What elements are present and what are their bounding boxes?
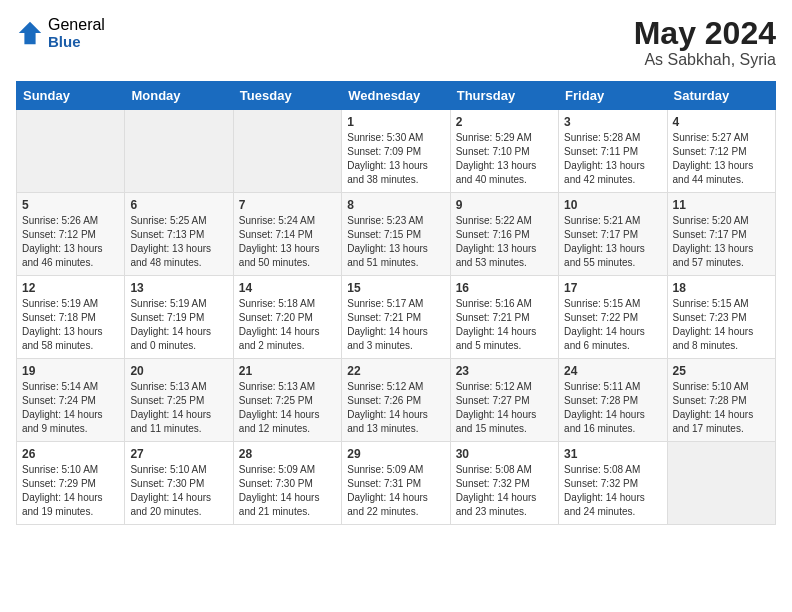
cell-info: Sunrise: 5:16 AMSunset: 7:21 PMDaylight:… <box>456 297 553 353</box>
cell-info: Sunrise: 5:12 AMSunset: 7:27 PMDaylight:… <box>456 380 553 436</box>
calendar-cell: 11Sunrise: 5:20 AMSunset: 7:17 PMDayligh… <box>667 193 775 276</box>
cell-info: Sunrise: 5:29 AMSunset: 7:10 PMDaylight:… <box>456 131 553 187</box>
calendar-cell: 23Sunrise: 5:12 AMSunset: 7:27 PMDayligh… <box>450 359 558 442</box>
cell-info: Sunrise: 5:25 AMSunset: 7:13 PMDaylight:… <box>130 214 227 270</box>
calendar-cell: 19Sunrise: 5:14 AMSunset: 7:24 PMDayligh… <box>17 359 125 442</box>
svg-marker-0 <box>19 22 41 44</box>
logo-blue: Blue <box>48 34 105 51</box>
cell-info: Sunrise: 5:20 AMSunset: 7:17 PMDaylight:… <box>673 214 770 270</box>
cell-info: Sunrise: 5:23 AMSunset: 7:15 PMDaylight:… <box>347 214 444 270</box>
cell-info: Sunrise: 5:30 AMSunset: 7:09 PMDaylight:… <box>347 131 444 187</box>
calendar-cell: 15Sunrise: 5:17 AMSunset: 7:21 PMDayligh… <box>342 276 450 359</box>
calendar-cell: 5Sunrise: 5:26 AMSunset: 7:12 PMDaylight… <box>17 193 125 276</box>
calendar-cell: 4Sunrise: 5:27 AMSunset: 7:12 PMDaylight… <box>667 110 775 193</box>
cell-info: Sunrise: 5:15 AMSunset: 7:23 PMDaylight:… <box>673 297 770 353</box>
day-number: 24 <box>564 364 661 378</box>
calendar-cell: 3Sunrise: 5:28 AMSunset: 7:11 PMDaylight… <box>559 110 667 193</box>
calendar-cell <box>17 110 125 193</box>
cell-info: Sunrise: 5:28 AMSunset: 7:11 PMDaylight:… <box>564 131 661 187</box>
calendar-week-row: 5Sunrise: 5:26 AMSunset: 7:12 PMDaylight… <box>17 193 776 276</box>
day-number: 1 <box>347 115 444 129</box>
day-number: 27 <box>130 447 227 461</box>
day-number: 30 <box>456 447 553 461</box>
day-number: 23 <box>456 364 553 378</box>
day-number: 29 <box>347 447 444 461</box>
cell-info: Sunrise: 5:09 AMSunset: 7:31 PMDaylight:… <box>347 463 444 519</box>
logo-text: General Blue <box>48 16 105 50</box>
cell-info: Sunrise: 5:11 AMSunset: 7:28 PMDaylight:… <box>564 380 661 436</box>
cell-info: Sunrise: 5:08 AMSunset: 7:32 PMDaylight:… <box>456 463 553 519</box>
day-number: 7 <box>239 198 336 212</box>
calendar-cell: 17Sunrise: 5:15 AMSunset: 7:22 PMDayligh… <box>559 276 667 359</box>
day-number: 6 <box>130 198 227 212</box>
day-number: 8 <box>347 198 444 212</box>
cell-info: Sunrise: 5:09 AMSunset: 7:30 PMDaylight:… <box>239 463 336 519</box>
calendar-week-row: 26Sunrise: 5:10 AMSunset: 7:29 PMDayligh… <box>17 442 776 525</box>
calendar-cell: 13Sunrise: 5:19 AMSunset: 7:19 PMDayligh… <box>125 276 233 359</box>
page-header: General Blue May 2024 As Sabkhah, Syria <box>16 16 776 69</box>
weekday-header: Saturday <box>667 82 775 110</box>
day-number: 4 <box>673 115 770 129</box>
weekday-header: Monday <box>125 82 233 110</box>
calendar-cell: 21Sunrise: 5:13 AMSunset: 7:25 PMDayligh… <box>233 359 341 442</box>
calendar-week-row: 1Sunrise: 5:30 AMSunset: 7:09 PMDaylight… <box>17 110 776 193</box>
calendar-cell <box>233 110 341 193</box>
day-number: 11 <box>673 198 770 212</box>
calendar-cell: 30Sunrise: 5:08 AMSunset: 7:32 PMDayligh… <box>450 442 558 525</box>
calendar-cell: 7Sunrise: 5:24 AMSunset: 7:14 PMDaylight… <box>233 193 341 276</box>
calendar-cell: 29Sunrise: 5:09 AMSunset: 7:31 PMDayligh… <box>342 442 450 525</box>
title-block: May 2024 As Sabkhah, Syria <box>634 16 776 69</box>
cell-info: Sunrise: 5:15 AMSunset: 7:22 PMDaylight:… <box>564 297 661 353</box>
day-number: 10 <box>564 198 661 212</box>
calendar-cell: 6Sunrise: 5:25 AMSunset: 7:13 PMDaylight… <box>125 193 233 276</box>
calendar-cell: 22Sunrise: 5:12 AMSunset: 7:26 PMDayligh… <box>342 359 450 442</box>
day-number: 16 <box>456 281 553 295</box>
calendar-cell: 14Sunrise: 5:18 AMSunset: 7:20 PMDayligh… <box>233 276 341 359</box>
cell-info: Sunrise: 5:19 AMSunset: 7:19 PMDaylight:… <box>130 297 227 353</box>
calendar-table: SundayMondayTuesdayWednesdayThursdayFrid… <box>16 81 776 525</box>
calendar-cell: 28Sunrise: 5:09 AMSunset: 7:30 PMDayligh… <box>233 442 341 525</box>
cell-info: Sunrise: 5:10 AMSunset: 7:30 PMDaylight:… <box>130 463 227 519</box>
day-number: 13 <box>130 281 227 295</box>
logo-icon <box>16 19 44 47</box>
day-number: 18 <box>673 281 770 295</box>
weekday-header: Friday <box>559 82 667 110</box>
cell-info: Sunrise: 5:18 AMSunset: 7:20 PMDaylight:… <box>239 297 336 353</box>
day-number: 22 <box>347 364 444 378</box>
calendar-cell: 26Sunrise: 5:10 AMSunset: 7:29 PMDayligh… <box>17 442 125 525</box>
calendar-cell: 24Sunrise: 5:11 AMSunset: 7:28 PMDayligh… <box>559 359 667 442</box>
calendar-cell: 25Sunrise: 5:10 AMSunset: 7:28 PMDayligh… <box>667 359 775 442</box>
cell-info: Sunrise: 5:10 AMSunset: 7:29 PMDaylight:… <box>22 463 119 519</box>
logo-general: General <box>48 16 105 34</box>
day-number: 3 <box>564 115 661 129</box>
cell-info: Sunrise: 5:19 AMSunset: 7:18 PMDaylight:… <box>22 297 119 353</box>
calendar-week-row: 19Sunrise: 5:14 AMSunset: 7:24 PMDayligh… <box>17 359 776 442</box>
calendar-cell: 2Sunrise: 5:29 AMSunset: 7:10 PMDaylight… <box>450 110 558 193</box>
day-number: 26 <box>22 447 119 461</box>
day-number: 31 <box>564 447 661 461</box>
location: As Sabkhah, Syria <box>634 51 776 69</box>
weekday-header: Thursday <box>450 82 558 110</box>
cell-info: Sunrise: 5:10 AMSunset: 7:28 PMDaylight:… <box>673 380 770 436</box>
cell-info: Sunrise: 5:21 AMSunset: 7:17 PMDaylight:… <box>564 214 661 270</box>
weekday-header: Sunday <box>17 82 125 110</box>
day-number: 9 <box>456 198 553 212</box>
calendar-header-row: SundayMondayTuesdayWednesdayThursdayFrid… <box>17 82 776 110</box>
day-number: 14 <box>239 281 336 295</box>
calendar-cell: 16Sunrise: 5:16 AMSunset: 7:21 PMDayligh… <box>450 276 558 359</box>
month-title: May 2024 <box>634 16 776 51</box>
calendar-cell: 1Sunrise: 5:30 AMSunset: 7:09 PMDaylight… <box>342 110 450 193</box>
calendar-cell: 12Sunrise: 5:19 AMSunset: 7:18 PMDayligh… <box>17 276 125 359</box>
cell-info: Sunrise: 5:12 AMSunset: 7:26 PMDaylight:… <box>347 380 444 436</box>
day-number: 12 <box>22 281 119 295</box>
cell-info: Sunrise: 5:26 AMSunset: 7:12 PMDaylight:… <box>22 214 119 270</box>
day-number: 15 <box>347 281 444 295</box>
calendar-cell <box>125 110 233 193</box>
day-number: 20 <box>130 364 227 378</box>
calendar-cell: 9Sunrise: 5:22 AMSunset: 7:16 PMDaylight… <box>450 193 558 276</box>
calendar-cell: 10Sunrise: 5:21 AMSunset: 7:17 PMDayligh… <box>559 193 667 276</box>
cell-info: Sunrise: 5:14 AMSunset: 7:24 PMDaylight:… <box>22 380 119 436</box>
day-number: 2 <box>456 115 553 129</box>
cell-info: Sunrise: 5:08 AMSunset: 7:32 PMDaylight:… <box>564 463 661 519</box>
calendar-cell: 31Sunrise: 5:08 AMSunset: 7:32 PMDayligh… <box>559 442 667 525</box>
